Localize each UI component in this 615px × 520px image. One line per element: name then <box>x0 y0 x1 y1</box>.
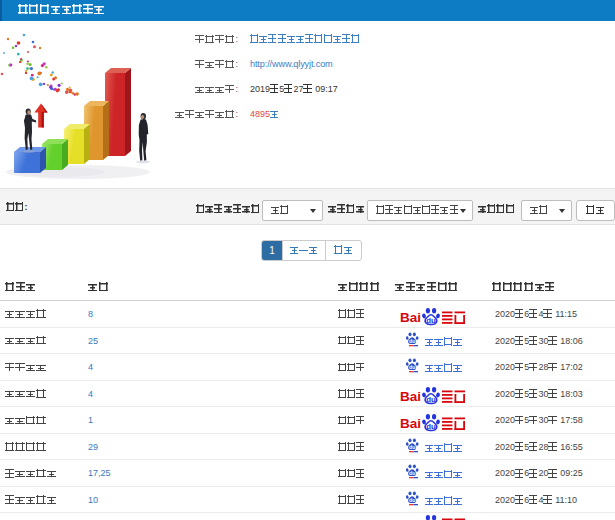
svg-text:du: du <box>409 470 415 476</box>
svg-text:Bai: Bai <box>400 389 421 404</box>
svg-text:du: du <box>409 444 415 450</box>
svg-text:du: du <box>409 497 415 503</box>
svg-text:du: du <box>426 315 436 324</box>
svg-text:Bai: Bai <box>400 310 421 325</box>
svg-text:du: du <box>426 395 436 404</box>
svg-text:du: du <box>409 338 415 344</box>
svg-text:du: du <box>409 364 415 370</box>
svg-text:Bai: Bai <box>400 416 421 431</box>
svg-text:du: du <box>426 422 436 431</box>
